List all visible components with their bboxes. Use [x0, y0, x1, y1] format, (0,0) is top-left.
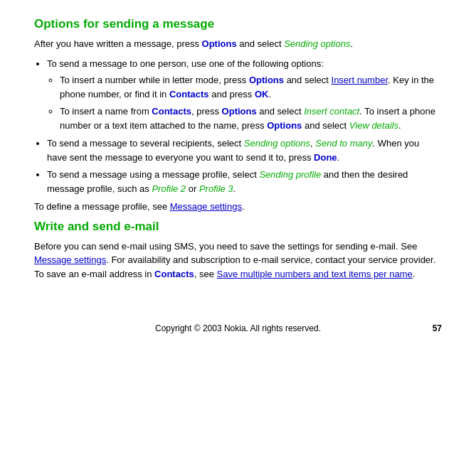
- li3-profile3: Profile 3: [199, 183, 233, 194]
- sub1-t5: .: [268, 89, 271, 100]
- sub-list-item-2: To insert a name from Contacts, press Op…: [60, 104, 442, 132]
- page-number: 57: [433, 323, 442, 333]
- li3-sending-profile: Sending profile: [259, 169, 321, 180]
- sub1-t4: and press: [209, 89, 255, 100]
- email-contacts: Contacts: [154, 269, 194, 279]
- sub-list-item-1: To insert a number while in letter mode,…: [60, 73, 442, 101]
- intro-sending-options: Sending options: [284, 38, 350, 49]
- define-before: To define a message profile, see: [34, 201, 170, 212]
- sub1-insert-number: Insert number: [332, 75, 388, 85]
- sub2-view-details: View details: [349, 120, 398, 131]
- list-item-3: To send a message using a message profil…: [47, 168, 442, 195]
- li3-profile2: Profile 2: [152, 183, 186, 194]
- section-heading-2: Write and send e-mail: [34, 220, 442, 234]
- intro-before: After you have written a message, press: [34, 38, 202, 49]
- li3-t3: or: [186, 183, 199, 194]
- sub2-t3: and select: [257, 106, 305, 117]
- email-t3: , see: [194, 269, 217, 279]
- sub2-t1: To insert a name from: [60, 106, 152, 117]
- copyright-text: Copyright © 2003 Nokia. All rights reser…: [155, 323, 321, 333]
- sub2-t6: .: [398, 120, 401, 131]
- li2-send-to-many: Send to many: [315, 138, 372, 149]
- intro-options: Options: [202, 38, 237, 49]
- sub2-options2: Options: [267, 120, 302, 131]
- list-item-1-text: To send a message to one person, use one…: [47, 58, 324, 69]
- sub2-t5: and select: [302, 120, 349, 131]
- li2-done: Done: [314, 152, 337, 163]
- li3-t4: .: [233, 183, 236, 194]
- intro-middle: and select: [237, 38, 285, 49]
- sub2-insert-contact: Insert contact: [304, 106, 359, 117]
- main-list: To send a message to one person, use one…: [47, 57, 442, 196]
- sub1-t1: To insert a number while in letter mode,…: [60, 75, 249, 85]
- li2-sending-options: Sending options: [244, 138, 310, 149]
- footer-line: Copyright © 2003 Nokia. All rights reser…: [34, 323, 442, 333]
- email-t4: .: [413, 269, 416, 279]
- sub1-contacts: Contacts: [169, 89, 209, 100]
- email-t1: Before you can send e-mail using SMS, yo…: [34, 241, 417, 252]
- sub-list: To insert a number while in letter mode,…: [60, 73, 442, 132]
- page-content: Options for sending a message After you …: [34, 17, 442, 333]
- sub1-t2: and select: [284, 75, 332, 85]
- define-message-para: To define a message profile, see Message…: [34, 200, 442, 214]
- email-link1: Message settings: [34, 254, 106, 265]
- email-paragraph: Before you can send e-mail using SMS, yo…: [34, 240, 442, 281]
- sub2-t2: , press: [191, 106, 222, 117]
- sub2-options: Options: [222, 106, 257, 117]
- footer: Copyright © 2003 Nokia. All rights reser…: [34, 323, 442, 333]
- list-item-2: To send a message to several recipients,…: [47, 136, 442, 164]
- define-link: Message settings: [170, 201, 242, 212]
- intro-end: .: [350, 38, 353, 49]
- sub1-ok: OK: [255, 89, 269, 100]
- define-end: .: [242, 201, 245, 212]
- section-heading-1: Options for sending a message: [34, 17, 442, 31]
- li3-t1: To send a message using a message profil…: [47, 169, 259, 180]
- li2-t1: To send a message to several recipients,…: [47, 138, 244, 149]
- sub2-contacts: Contacts: [152, 106, 191, 117]
- intro-paragraph: After you have written a message, press …: [34, 37, 442, 51]
- email-link2: Save multiple numbers and text items per…: [217, 269, 413, 279]
- li2-t4: .: [337, 152, 340, 163]
- sub1-options: Options: [249, 75, 284, 85]
- list-item-1: To send a message to one person, use one…: [47, 57, 442, 133]
